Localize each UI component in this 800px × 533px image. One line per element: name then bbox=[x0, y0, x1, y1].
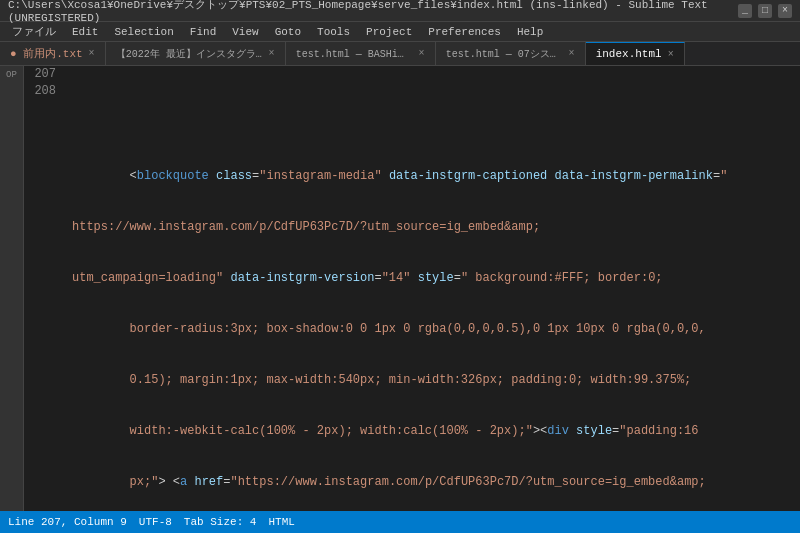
fold-icon[interactable]: OP bbox=[4, 70, 20, 86]
code-line-207 bbox=[72, 100, 800, 117]
tab-close-2[interactable]: × bbox=[419, 48, 425, 59]
code-line-208: <blockquote class="instagram-media" data… bbox=[72, 151, 800, 185]
menu-tools[interactable]: Tools bbox=[309, 22, 358, 41]
line-num-223 bbox=[24, 338, 56, 355]
menu-help[interactable]: Help bbox=[509, 22, 551, 41]
line-num-209 bbox=[24, 100, 56, 117]
window-controls: _ □ × bbox=[738, 4, 792, 18]
tab-0[interactable]: ● 前用内.txt × bbox=[0, 42, 106, 65]
menu-selection[interactable]: Selection bbox=[106, 22, 181, 41]
tab-close-1[interactable]: × bbox=[269, 48, 275, 59]
status-syntax: HTML bbox=[268, 516, 294, 528]
menu-file[interactable]: ファイル bbox=[4, 22, 64, 41]
line-num-224 bbox=[24, 355, 56, 372]
menu-goto[interactable]: Goto bbox=[267, 22, 309, 41]
line-num-231 bbox=[24, 474, 56, 491]
side-panel: OP bbox=[0, 66, 24, 511]
menu-project[interactable]: Project bbox=[358, 22, 420, 41]
menu-view[interactable]: View bbox=[224, 22, 266, 41]
tab-2[interactable]: test.html — BASHi通信サービス2/blog × bbox=[286, 42, 436, 65]
line-num-211 bbox=[24, 134, 56, 151]
line-num-215 bbox=[24, 202, 56, 219]
line-num-232 bbox=[24, 491, 56, 508]
line-num-229 bbox=[24, 440, 56, 457]
tab-close-3[interactable]: × bbox=[569, 48, 575, 59]
line-num-218 bbox=[24, 253, 56, 270]
line-num-207: 207 bbox=[24, 66, 56, 83]
line-num-228 bbox=[24, 423, 56, 440]
line-num-210 bbox=[24, 117, 56, 134]
line-num-217 bbox=[24, 236, 56, 253]
tab-1[interactable]: 【2022年 最近】インスタグラムの使わせ方のまとめ... × bbox=[106, 42, 286, 65]
menu-edit[interactable]: Edit bbox=[64, 22, 106, 41]
line-num-221 bbox=[24, 304, 56, 321]
code-line-211: border-radius:3px; box-shadow:0 0 1px 0 … bbox=[72, 321, 800, 338]
tab-close-0[interactable]: × bbox=[89, 48, 95, 59]
line-num-222 bbox=[24, 321, 56, 338]
minimize-button[interactable]: _ bbox=[738, 4, 752, 18]
code-editor[interactable]: <blockquote class="instagram-media" data… bbox=[64, 66, 800, 511]
line-num-226 bbox=[24, 389, 56, 406]
tab-4[interactable]: index.html × bbox=[586, 42, 685, 65]
code-line-214: px;"> <a href="https://www.instagram.com… bbox=[72, 474, 800, 491]
menu-find[interactable]: Find bbox=[182, 22, 224, 41]
tab-bar: ● 前用内.txt × 【2022年 最近】インスタグラムの使わせ方のまとめ..… bbox=[0, 42, 800, 66]
tab-close-4[interactable]: × bbox=[668, 49, 674, 60]
tab-3[interactable]: test.html — 07システム基準... × bbox=[436, 42, 586, 65]
line-num-214 bbox=[24, 185, 56, 202]
status-encoding: UTF-8 bbox=[139, 516, 172, 528]
window-title: C:\Users\Xcosa1¥OneDrive¥デスクトップ¥PTS¥02_P… bbox=[8, 0, 738, 24]
line-num-213 bbox=[24, 168, 56, 185]
line-num-219 bbox=[24, 270, 56, 287]
line-num-225 bbox=[24, 372, 56, 389]
line-num-227 bbox=[24, 406, 56, 423]
menu-preferences[interactable]: Preferences bbox=[420, 22, 509, 41]
code-line-212: 0.15); margin:1px; max-width:540px; min-… bbox=[72, 372, 800, 389]
title-bar: C:\Users\Xcosa1¥OneDrive¥デスクトップ¥PTS¥02_P… bbox=[0, 0, 800, 22]
status-line: Line 207, Column 9 bbox=[8, 516, 127, 528]
close-button[interactable]: × bbox=[778, 4, 792, 18]
menu-bar: ファイル Edit Selection Find View Goto Tools… bbox=[0, 22, 800, 42]
line-num-230 bbox=[24, 457, 56, 474]
editor-area: OP 207 208 <blockquote class bbox=[0, 66, 800, 511]
code-line-209: https://www.instagram.com/p/CdfUP63Pc7D/… bbox=[72, 219, 800, 236]
code-line-210: utm_campaign=loading" data-instgrm-versi… bbox=[72, 270, 800, 287]
maximize-button[interactable]: □ bbox=[758, 4, 772, 18]
line-num-212 bbox=[24, 151, 56, 168]
code-line-213: width:-webkit-calc(100% - 2px); width:ca… bbox=[72, 423, 800, 440]
line-numbers: 207 208 bbox=[24, 66, 64, 511]
line-num-216 bbox=[24, 219, 56, 236]
status-tab-size: Tab Size: 4 bbox=[184, 516, 257, 528]
line-num-220 bbox=[24, 287, 56, 304]
line-num-208: 208 bbox=[24, 83, 56, 100]
status-bar: Line 207, Column 9 UTF-8 Tab Size: 4 HTM… bbox=[0, 511, 800, 533]
